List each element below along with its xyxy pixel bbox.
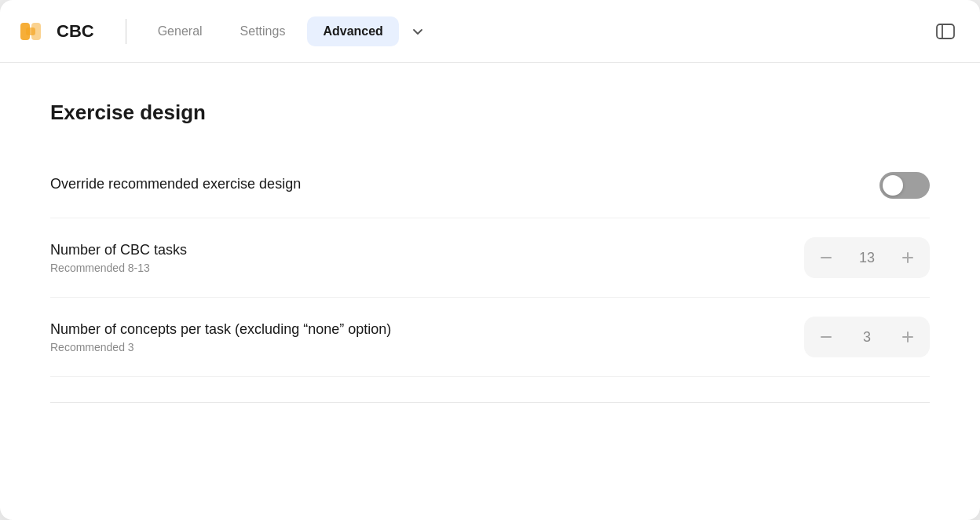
stepper-cbc-tasks-increment[interactable] — [892, 242, 923, 273]
tab-general[interactable]: General — [142, 16, 218, 46]
setting-sublabel-concepts: Recommended 3 — [50, 341, 804, 353]
logo-area: CBC — [19, 16, 94, 46]
footer-divider — [50, 402, 930, 403]
tab-settings[interactable]: Settings — [225, 16, 302, 46]
stepper-concepts: 3 — [804, 317, 930, 357]
setting-row-cbc-tasks: Number of CBC tasks Recommended 8-13 13 — [50, 218, 930, 298]
app-name: CBC — [57, 21, 94, 42]
nav-tabs: General Settings Advanced — [142, 16, 536, 46]
main-content: Exercise design Override recommended exe… — [0, 63, 980, 441]
svg-rect-3 — [937, 24, 954, 38]
setting-info-cbc-tasks: Number of CBC tasks Recommended 8-13 — [50, 242, 804, 274]
navbar-divider — [126, 19, 126, 44]
sidebar-toggle-button[interactable] — [930, 16, 961, 47]
override-toggle[interactable] — [879, 172, 930, 199]
navbar: CBC General Settings Advanced — [0, 0, 980, 63]
setting-row-override: Override recommended exercise design — [50, 153, 930, 218]
setting-label-concepts: Number of concepts per task (excluding “… — [50, 321, 804, 338]
stepper-cbc-tasks: 13 — [804, 237, 930, 278]
cbc-logo-icon — [19, 16, 49, 46]
stepper-concepts-decrement[interactable] — [810, 321, 842, 353]
section-title: Exercise design — [50, 101, 930, 125]
stepper-cbc-tasks-value: 13 — [842, 250, 892, 266]
stepper-cbc-tasks-decrement[interactable] — [810, 242, 842, 273]
toggle-slider — [879, 172, 930, 199]
tab-dropdown-arrow[interactable] — [405, 19, 430, 44]
setting-info-override: Override recommended exercise design — [50, 176, 879, 196]
setting-label-cbc-tasks: Number of CBC tasks — [50, 242, 804, 258]
setting-info-concepts: Number of concepts per task (excluding “… — [50, 321, 804, 353]
tab-advanced[interactable]: Advanced — [307, 16, 398, 46]
stepper-concepts-value: 3 — [842, 329, 892, 346]
app-window: CBC General Settings Advanced Exercise d… — [0, 0, 980, 520]
stepper-concepts-increment[interactable] — [892, 321, 923, 353]
setting-sublabel-cbc-tasks: Recommended 8-13 — [50, 262, 804, 274]
setting-row-concepts: Number of concepts per task (excluding “… — [50, 298, 930, 377]
setting-label-override: Override recommended exercise design — [50, 176, 879, 192]
svg-rect-2 — [26, 27, 35, 35]
